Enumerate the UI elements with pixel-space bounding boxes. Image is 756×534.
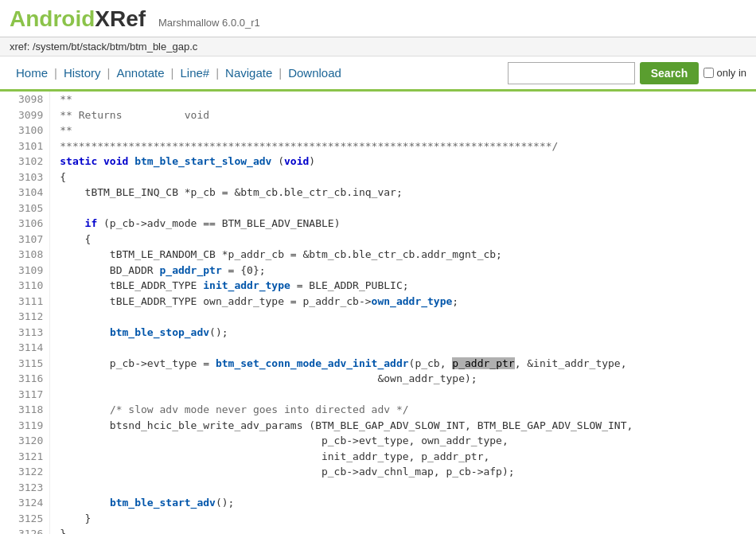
table-row: 3105 <box>0 201 756 216</box>
line-number[interactable]: 3104 <box>0 185 50 201</box>
table-row: 3116 &own_addr_type); <box>0 371 756 387</box>
line-number[interactable]: 3098 <box>0 92 50 107</box>
table-row: 3107 { <box>0 232 756 248</box>
line-number[interactable]: 3105 <box>0 201 50 216</box>
nav-download[interactable]: Download <box>282 66 348 80</box>
search-input[interactable] <box>508 62 635 84</box>
table-row: 3112 <box>0 309 756 325</box>
line-number[interactable]: 3124 <box>0 495 50 511</box>
table-row: 3111 tBLE_ADDR_TYPE own_addr_type = p_ad… <box>0 294 756 310</box>
line-code: tBTM_LE_RANDOM_CB *p_addr_cb = &btm_cb.b… <box>50 247 756 263</box>
line-number[interactable]: 3108 <box>0 247 50 263</box>
line-code: &own_addr_type); <box>50 371 756 387</box>
line-number[interactable]: 3102 <box>0 154 50 170</box>
table-row: 3114 <box>0 340 756 356</box>
line-code: btsnd_hcic_ble_write_adv_params (BTM_BLE… <box>50 418 756 434</box>
only-in-checkbox[interactable] <box>703 68 714 78</box>
line-code: ** <box>50 92 756 107</box>
line-number[interactable]: 3100 <box>0 123 50 138</box>
nav-annotate[interactable]: Annotate <box>111 66 171 80</box>
line-number[interactable]: 3118 <box>0 402 50 418</box>
line-number[interactable]: 3101 <box>0 138 50 154</box>
line-code: init_addr_type, p_addr_ptr, <box>50 449 756 465</box>
table-row: 3101************************************… <box>0 138 756 154</box>
line-number[interactable]: 3120 <box>0 433 50 449</box>
table-row: 3123 <box>0 480 756 496</box>
line-number[interactable]: 3110 <box>0 278 50 294</box>
table-row: 3108 tBTM_LE_RANDOM_CB *p_addr_cb = &btm… <box>0 247 756 263</box>
table-row: 3106 if (p_cb->adv_mode == BTM_BLE_ADV_E… <box>0 216 756 232</box>
line-number[interactable]: 3116 <box>0 371 50 387</box>
table-row: 3100** <box>0 123 756 138</box>
table-row: 3104 tBTM_BLE_INQ_CB *p_cb = &btm_cb.ble… <box>0 185 756 201</box>
line-number[interactable]: 3103 <box>0 170 50 185</box>
table-row: 3125 } <box>0 511 756 527</box>
code-area: 3098**3099** Returns void3100**3101*****… <box>0 92 756 534</box>
nav-navigate[interactable]: Navigate <box>219 66 279 80</box>
logo-xref: XRef <box>95 6 146 31</box>
line-code: p_cb->evt_type = btm_set_conn_mode_adv_i… <box>50 356 756 372</box>
line-code: tBLE_ADDR_TYPE init_addr_type = BLE_ADDR… <box>50 278 756 294</box>
line-code: btm_ble_start_adv(); <box>50 495 756 511</box>
line-number[interactable]: 3099 <box>0 107 50 123</box>
table-row: 3103{ <box>0 170 756 185</box>
line-code: { <box>50 170 756 185</box>
only-in-text: only in <box>716 67 746 79</box>
line-code: static void btm_ble_start_slow_adv (void… <box>50 154 756 170</box>
table-row: 3109 BD_ADDR p_addr_ptr = {0}; <box>0 263 756 279</box>
only-in-label: only in <box>703 67 746 79</box>
nav-history[interactable]: History <box>57 66 107 80</box>
table-row: 3122 p_cb->adv_chnl_map, p_cb->afp); <box>0 464 756 480</box>
line-number[interactable]: 3126 <box>0 526 50 534</box>
line-number[interactable]: 3115 <box>0 356 50 372</box>
nav-home[interactable]: Home <box>10 66 54 80</box>
line-number[interactable]: 3112 <box>0 309 50 325</box>
line-number[interactable]: 3123 <box>0 480 50 496</box>
table-row: 3117 <box>0 387 756 403</box>
table-row: 3115 p_cb->evt_type = btm_set_conn_mode_… <box>0 356 756 372</box>
code-table: 3098**3099** Returns void3100**3101*****… <box>0 92 756 534</box>
line-number[interactable]: 3114 <box>0 340 50 356</box>
line-code: tBTM_BLE_INQ_CB *p_cb = &btm_cb.ble_ctr_… <box>50 185 756 201</box>
line-number[interactable]: 3125 <box>0 511 50 527</box>
line-code: } <box>50 511 756 527</box>
line-code <box>50 201 756 216</box>
nav-links: Home | History | Annotate | Line# | Navi… <box>10 66 348 80</box>
code-body: 3098**3099** Returns void3100**3101*****… <box>0 92 756 534</box>
line-number[interactable]: 3117 <box>0 387 50 403</box>
line-number[interactable]: 3107 <box>0 232 50 248</box>
logo-android: Android <box>10 6 95 31</box>
table-row: 3098** <box>0 92 756 107</box>
line-code: if (p_cb->adv_mode == BTM_BLE_ADV_ENABLE… <box>50 216 756 232</box>
table-row: 3121 init_addr_type, p_addr_ptr, <box>0 449 756 465</box>
nav-lineno[interactable]: Line# <box>173 66 216 80</box>
line-code <box>50 387 756 403</box>
breadcrumb-text: xref: /system/bt/stack/btm/btm_ble_gap.c <box>10 41 197 53</box>
line-code: btm_ble_stop_adv(); <box>50 325 756 341</box>
line-code: } <box>50 526 756 534</box>
search-button[interactable]: Search <box>640 62 699 84</box>
table-row: 3124 btm_ble_start_adv(); <box>0 495 756 511</box>
table-row: 3118 /* slow adv mode never goes into di… <box>0 402 756 418</box>
line-code: BD_ADDR p_addr_ptr = {0}; <box>50 263 756 279</box>
line-code: ****************************************… <box>50 138 756 154</box>
line-code: tBLE_ADDR_TYPE own_addr_type = p_addr_cb… <box>50 294 756 310</box>
line-number[interactable]: 3111 <box>0 294 50 310</box>
line-number[interactable]: 3122 <box>0 464 50 480</box>
line-code: p_cb->adv_chnl_map, p_cb->afp); <box>50 464 756 480</box>
table-row: 3120 p_cb->evt_type, own_addr_type, <box>0 433 756 449</box>
navbar: Home | History | Annotate | Line# | Navi… <box>0 57 756 92</box>
line-number[interactable]: 3113 <box>0 325 50 341</box>
breadcrumb: xref: /system/bt/stack/btm/btm_ble_gap.c <box>0 37 756 57</box>
line-code: ** <box>50 123 756 138</box>
table-row: 3126} <box>0 526 756 534</box>
line-number[interactable]: 3121 <box>0 449 50 465</box>
line-code <box>50 309 756 325</box>
line-number[interactable]: 3119 <box>0 418 50 434</box>
line-code: p_cb->evt_type, own_addr_type, <box>50 433 756 449</box>
line-number[interactable]: 3106 <box>0 216 50 232</box>
line-number[interactable]: 3109 <box>0 263 50 279</box>
table-row: 3102static void btm_ble_start_slow_adv (… <box>0 154 756 170</box>
line-code: ** Returns void <box>50 107 756 123</box>
version-label: Marshmallow 6.0.0_r1 <box>158 17 260 29</box>
